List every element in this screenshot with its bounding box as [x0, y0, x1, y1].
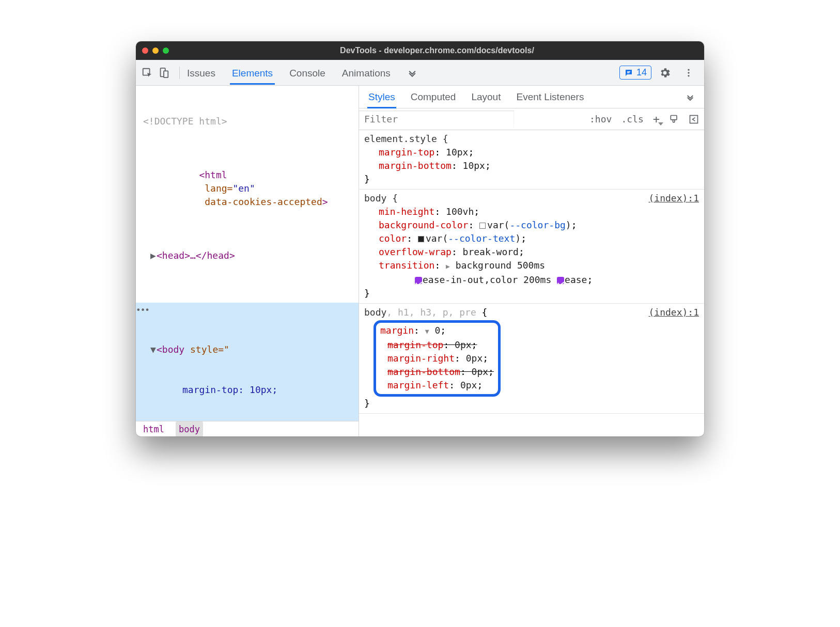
- paint-brush-icon[interactable]: [669, 114, 679, 124]
- tab-elements[interactable]: Elements: [230, 61, 275, 84]
- dom-head[interactable]: <head>…</head>: [157, 250, 235, 261]
- svg-rect-3: [627, 71, 630, 72]
- subtab-layout[interactable]: Layout: [470, 86, 502, 108]
- dom-breadcrumbs: html body: [136, 421, 359, 436]
- tab-more-icon[interactable]: [405, 61, 419, 84]
- dom-doctype[interactable]: <!DOCTYPE html>: [143, 116, 227, 127]
- dom-tree[interactable]: <!DOCTYPE html> <html lang="en" data-coo…: [136, 86, 359, 421]
- style-rule-body-reset[interactable]: (index):1 body, h1, h3, p, pre { margin:…: [359, 304, 704, 414]
- hov-toggle[interactable]: :hov: [589, 114, 612, 124]
- subtab-event-listeners[interactable]: Event Listeners: [515, 86, 585, 108]
- expand-triangle-icon[interactable]: ▶: [446, 262, 450, 270]
- tab-issues[interactable]: Issues: [185, 61, 217, 84]
- bezier-curve-icon[interactable]: [415, 277, 422, 284]
- bezier-curve-icon[interactable]: [557, 277, 564, 284]
- subtab-styles[interactable]: Styles: [367, 86, 396, 108]
- elements-panel: <!DOCTYPE html> <html lang="en" data-coo…: [136, 86, 359, 436]
- source-link[interactable]: (index):1: [648, 192, 699, 205]
- inspect-element-icon[interactable]: [141, 67, 153, 79]
- new-style-rule-icon[interactable]: +: [653, 113, 660, 126]
- issues-badge[interactable]: 14: [619, 66, 651, 80]
- svg-point-6: [688, 72, 689, 73]
- titlebar: DevTools - developer.chrome.com/docs/dev…: [136, 41, 704, 60]
- svg-point-7: [688, 75, 689, 76]
- svg-rect-8: [671, 115, 677, 119]
- styles-filter-input[interactable]: [359, 111, 514, 128]
- svg-rect-9: [690, 115, 698, 123]
- devtools-window: DevTools - developer.chrome.com/docs/dev…: [136, 41, 704, 436]
- svg-rect-2: [164, 71, 168, 77]
- subtab-computed[interactable]: Computed: [410, 86, 457, 108]
- expand-triangle-icon[interactable]: ▼: [425, 327, 429, 335]
- kebab-menu-icon[interactable]: [682, 67, 695, 79]
- color-swatch-icon[interactable]: [418, 236, 424, 242]
- style-rule-body[interactable]: (index):1 body { min-height: 100vh; back…: [359, 190, 704, 304]
- styles-panel: Styles Computed Layout Event Listeners :…: [359, 86, 704, 436]
- computed-panel-toggle-icon[interactable]: [689, 114, 699, 124]
- breadcrumb-body[interactable]: body: [176, 421, 203, 437]
- issues-count: 14: [636, 67, 647, 78]
- tab-animations[interactable]: Animations: [340, 61, 393, 84]
- dom-selected-body[interactable]: ••• ▼<body style=" margin-top: 10px; mar…: [136, 303, 359, 421]
- window-minimize-button[interactable]: [152, 48, 159, 54]
- style-rule-element-style[interactable]: element.style { margin-top: 10px; margin…: [359, 130, 704, 190]
- color-swatch-icon[interactable]: [479, 223, 486, 229]
- settings-gear-icon[interactable]: [659, 67, 671, 79]
- subtab-more-icon[interactable]: [685, 87, 696, 107]
- window-maximize-button[interactable]: [163, 48, 169, 54]
- window-title: DevTools - developer.chrome.com/docs/dev…: [176, 46, 698, 55]
- cls-toggle[interactable]: .cls: [621, 114, 643, 124]
- ellipsis-icon: •••: [136, 304, 149, 317]
- source-link[interactable]: (index):1: [648, 306, 699, 319]
- highlighted-margin-box: margin: ▼ 0; margin-top: 0px; margin-rig…: [374, 320, 501, 397]
- breadcrumb-html[interactable]: html: [140, 421, 167, 437]
- svg-point-5: [688, 69, 689, 70]
- window-close-button[interactable]: [142, 48, 148, 54]
- tab-console[interactable]: Console: [287, 61, 328, 84]
- device-toggle-icon[interactable]: [158, 67, 170, 79]
- main-toolbar: Issues Elements Console Animations 14: [136, 60, 704, 86]
- svg-rect-4: [627, 72, 630, 73]
- disclosure-triangle-icon[interactable]: ▶: [150, 249, 157, 262]
